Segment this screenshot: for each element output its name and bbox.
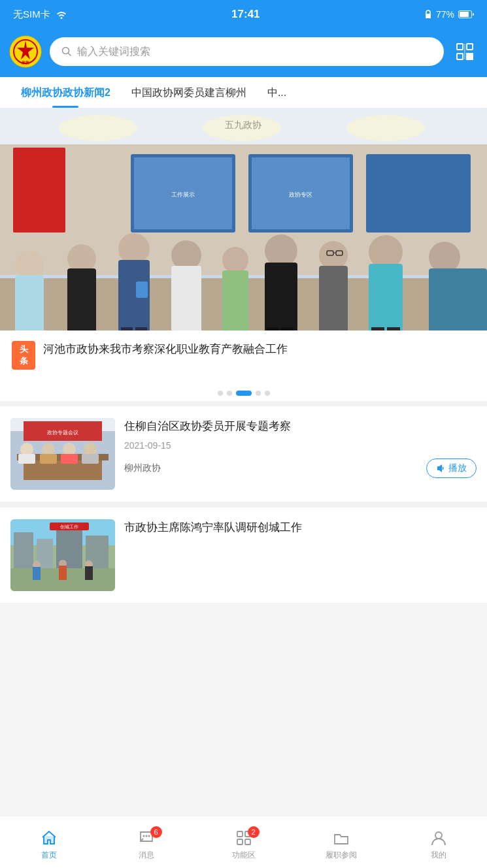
news-content-1: 住柳自治区政协委员开展专题考察 2021-09-15 柳州政协 播放 — [124, 418, 477, 478]
svg-text:创城工作: 创城工作 — [60, 524, 78, 529]
battery-icon — [458, 10, 474, 18]
svg-rect-2 — [460, 12, 469, 17]
tab-china-cppcc[interactable]: 中国政协网委员建言柳州 — [121, 77, 257, 108]
status-bar: 无SIM卡 17:41 77% — [0, 0, 487, 29]
battery-percent: 77% — [436, 9, 454, 20]
lock-icon — [424, 10, 432, 19]
search-bar[interactable]: 输入关键词搜索 — [50, 37, 444, 66]
news-footer-1: 柳州政协 播放 — [124, 458, 477, 478]
news-date-1: 2021-09-15 — [124, 440, 477, 451]
nav-message[interactable]: 6 消息 — [97, 824, 195, 861]
nav-home[interactable]: 首页 — [0, 824, 97, 861]
scan-button[interactable] — [452, 39, 478, 65]
search-placeholder: 输入关键词搜索 — [77, 45, 150, 59]
svg-point-95 — [143, 835, 144, 837]
news-title-2: 市政协主席陈鸿宁率队调研创城工作 — [124, 519, 477, 536]
svg-rect-90 — [59, 566, 67, 580]
nav-function-label: 功能区 — [232, 850, 256, 861]
svg-point-50 — [265, 234, 297, 267]
headline-title: 河池市政协来我市考察深化职业教育产教融合工作 — [43, 341, 288, 358]
search-icon — [61, 46, 72, 57]
dot-5[interactable] — [265, 391, 270, 396]
nav-mine[interactable]: 我的 — [390, 824, 487, 861]
svg-text:政协: 政协 — [21, 60, 30, 65]
dot-3-active[interactable] — [236, 391, 252, 396]
svg-rect-71 — [18, 454, 35, 464]
tab-more[interactable]: 中... — [257, 77, 297, 108]
headline-badge: 头 条 — [12, 341, 35, 370]
carrier-text: 无SIM卡 — [13, 8, 50, 21]
svg-point-18 — [346, 115, 425, 141]
dot-2[interactable] — [227, 391, 232, 396]
svg-point-97 — [148, 835, 150, 837]
bottom-nav: 首页 6 消息 2 功能区 — [0, 816, 487, 868]
pagination-dots — [0, 383, 487, 401]
svg-rect-73 — [40, 454, 57, 464]
svg-rect-12 — [467, 54, 473, 59]
banner-container: 政 工作展示 政协专区 — [0, 108, 487, 383]
svg-rect-100 — [237, 839, 243, 844]
dot-1[interactable] — [218, 391, 223, 396]
folder-icon — [332, 829, 350, 847]
svg-point-16 — [59, 115, 137, 141]
nav-home-label: 首页 — [41, 850, 57, 861]
svg-rect-9 — [457, 44, 463, 50]
play-button-1[interactable]: 播放 — [426, 458, 477, 478]
tab-liuzhou-news[interactable]: 柳州政协政协新闻2 — [10, 77, 121, 108]
news-source-1: 柳州政协 — [124, 462, 161, 474]
svg-rect-101 — [245, 839, 250, 844]
nav-function[interactable]: 2 功能区 — [195, 824, 292, 861]
app-logo: 政协 — [9, 35, 42, 68]
status-right: 77% — [424, 9, 474, 20]
headline-card[interactable]: 头 条 河池市政协来我市考察深化职业教育产教融合工作 — [0, 330, 487, 383]
svg-rect-77 — [82, 454, 99, 464]
news-content-2: 市政协主席陈鸿宁率队调研创城工作 — [124, 519, 477, 536]
svg-text:政协专区: 政协专区 — [289, 191, 312, 198]
divider-1 — [0, 401, 487, 406]
svg-text:工作展示: 工作展示 — [171, 191, 195, 198]
svg-rect-10 — [457, 54, 463, 59]
nav-message-label: 消息 — [139, 850, 154, 861]
svg-rect-75 — [61, 454, 78, 464]
function-badge: 2 — [248, 826, 260, 838]
status-left: 无SIM卡 — [13, 8, 67, 21]
tabs-bar: 柳州政协政协新闻2 中国政协网委员建言柳州 中... — [0, 77, 487, 108]
svg-rect-92 — [85, 566, 93, 580]
app-header: 政协 输入关键词搜索 — [0, 29, 487, 77]
person-icon — [429, 829, 448, 847]
svg-rect-88 — [33, 567, 41, 580]
news-title-1: 住柳自治区政协委员开展专题考察 — [124, 418, 477, 435]
svg-point-102 — [435, 832, 442, 839]
nav-duty[interactable]: 履职参阅 — [292, 824, 390, 861]
message-badge: 6 — [150, 826, 162, 838]
speaker-icon — [436, 464, 445, 473]
news-thumbnail-2: 创城工作 — [10, 519, 115, 591]
svg-point-48 — [222, 247, 248, 273]
svg-rect-43 — [136, 281, 148, 298]
svg-point-96 — [145, 835, 147, 837]
svg-point-39 — [118, 233, 150, 265]
news-item-2[interactable]: 创城工作 市政协主席陈鸿宁率队调研创城工作 — [0, 507, 487, 603]
wifi-icon — [56, 10, 67, 19]
banner-image[interactable]: 政 工作展示 政协专区 — [0, 108, 487, 383]
home-icon — [40, 829, 58, 847]
svg-text:五九政协: 五九政协 — [225, 120, 261, 130]
status-time: 17:41 — [231, 8, 260, 21]
divider-2 — [0, 502, 487, 507]
svg-rect-82 — [14, 532, 33, 571]
svg-text:政协专题会议: 政协专题会议 — [47, 430, 78, 436]
svg-rect-0 — [426, 14, 431, 18]
nav-duty-label: 履职参阅 — [326, 850, 357, 861]
svg-rect-29 — [366, 154, 471, 233]
svg-rect-22 — [20, 157, 59, 223]
news-item-1[interactable]: 政协专题会议 住柳自治区政协委员开展专题考察 2021-09-15 柳州政协 播… — [0, 406, 487, 502]
svg-rect-98 — [237, 831, 243, 837]
nav-mine-label: 我的 — [431, 850, 446, 861]
news-thumbnail-1: 政协专题会议 — [10, 418, 115, 490]
svg-rect-11 — [467, 44, 473, 50]
svg-point-63 — [429, 242, 460, 273]
svg-line-8 — [69, 54, 71, 56]
dot-4[interactable] — [256, 391, 261, 396]
